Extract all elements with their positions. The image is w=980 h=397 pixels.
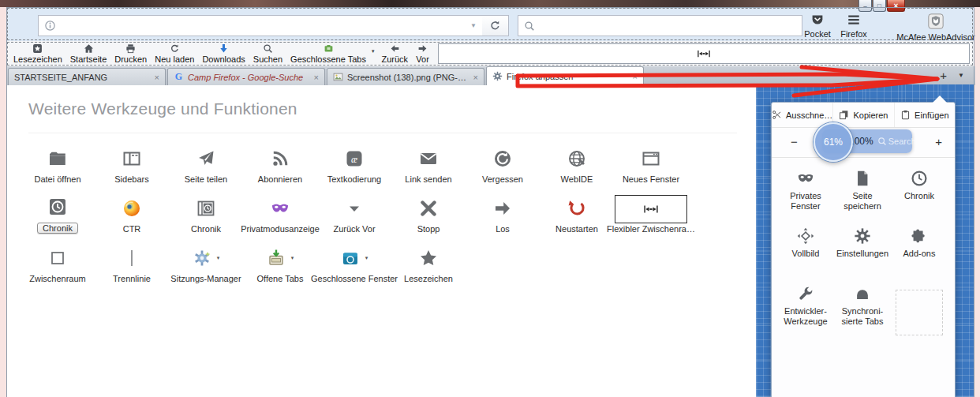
panel-menu-item-seite-speichern[interactable]: Seite speichern	[834, 163, 891, 220]
toolbar-button-startseite[interactable]: Startseite	[66, 43, 110, 65]
palette-item-icon	[271, 149, 290, 168]
firefox-menu-button[interactable]: Firefox	[832, 13, 876, 39]
palette-item-geschlossene-fenster[interactable]: ▾ Geschlossene Fenster	[317, 235, 391, 285]
panel-menu-item-add-ons[interactable]: Add-ons	[891, 220, 948, 278]
toolbar-button-lesezeichen[interactable]: Lesezeichen	[9, 43, 66, 65]
panel-notch	[933, 96, 947, 103]
palette-item-offene-tabs[interactable]: ▾ Offene Tabs	[243, 235, 317, 285]
palette-item-sidebars[interactable]: Sidebars	[95, 136, 169, 185]
search-bar[interactable]	[518, 15, 802, 36]
tab-camp-firefox-google-suche[interactable]: G Camp Firefox - Google-Suche ×	[167, 68, 325, 85]
toolbar-button-label: Vor	[416, 54, 429, 64]
palette-item-neustarten[interactable]: Neustarten	[540, 185, 614, 235]
toolbar-button-geschlossene-tabs[interactable]: Geschlossene Tabs	[286, 43, 370, 65]
dropdown-caret-icon[interactable]: ▾	[365, 255, 368, 261]
toolbar-button-suchen[interactable]: Suchen	[249, 43, 286, 65]
palette-item-trennlinie[interactable]: Trennlinie	[95, 235, 169, 285]
panel-menu-item-privates-fenster[interactable]: Privates Fenster	[777, 163, 834, 220]
desktop-edge-left	[0, 7, 6, 397]
panel-menu-item-entwickler-werkzeuge[interactable]: Entwickler-Werkzeuge	[777, 278, 834, 335]
dropdown-caret-icon[interactable]: ▾	[370, 43, 378, 65]
zoom-out-button[interactable]: −	[791, 135, 798, 148]
tab-close-icon[interactable]: ×	[473, 73, 478, 82]
url-bar[interactable]: ▼	[38, 15, 483, 36]
edit-control-icon	[900, 110, 911, 120]
palette-item-vergessen[interactable]: Vergessen	[466, 136, 540, 185]
new-tab-button[interactable]: +	[940, 68, 947, 84]
palette-item-label: Chronik	[191, 224, 221, 234]
close-button[interactable]: ×	[887, 0, 905, 12]
flexible-space-widget[interactable]	[615, 195, 687, 223]
palette-item-lesezeichen[interactable]: Lesezeichen	[391, 235, 466, 285]
tab-startseite-anfang[interactable]: STARTSEITE_ANFANG ×	[8, 68, 166, 85]
palette-item-link-senden[interactable]: Link senden	[391, 136, 466, 185]
panel-menu-item-chronik[interactable]: Chronik	[891, 163, 948, 220]
flexible-space[interactable]	[438, 43, 970, 64]
palette-item-icon	[193, 249, 211, 268]
tab-firefox-anpassen[interactable]: Firefox anpassen ×	[486, 66, 644, 85]
edit-control-einfügen[interactable]: Einfügen	[894, 103, 955, 127]
page-info-icon[interactable]	[44, 20, 56, 32]
palette-item-ctr[interactable]: CTR	[95, 185, 169, 235]
palette-item-neues-fenster[interactable]: Neues Fenster	[614, 136, 688, 185]
palette-item-iconwrap: ▾	[267, 245, 294, 271]
palette-item-sitzungs-manager[interactable]: ▾ Sitzungs-Manager	[169, 235, 243, 285]
tab-close-icon[interactable]: ×	[633, 72, 638, 81]
palette-item-iconwrap	[345, 146, 364, 171]
palette-item-textkodierung[interactable]: Textkodierung	[317, 136, 391, 185]
dropdown-caret-icon[interactable]: ▾	[291, 255, 294, 261]
palette-item-icon	[196, 149, 215, 168]
hamburger-menu-icon	[847, 13, 861, 27]
palette-item-zwischenraum[interactable]: Zwischenraum	[21, 235, 95, 285]
edit-control-kopieren[interactable]: Kopieren	[832, 103, 893, 127]
palette-item-icon	[48, 149, 67, 168]
palette-item-iconwrap	[271, 196, 290, 221]
navigation-toolbar: ▼ Pocket Firefox McAfee WebAdvisor	[6, 7, 974, 41]
tab-favicon	[492, 71, 503, 81]
zoom-controls: − 100% Search 61% +	[772, 128, 955, 158]
palette-item-datei-öffnen[interactable]: Datei öffnen	[21, 136, 95, 185]
zoom-in-button[interactable]: +	[935, 135, 942, 148]
panel-menu-item-einstellungen[interactable]: Einstellungen	[834, 220, 891, 278]
palette-item-los[interactable]: Los	[466, 185, 540, 235]
toolbar-button-icon	[388, 43, 402, 54]
reload-button[interactable]	[482, 15, 509, 36]
palette-item-iconwrap	[196, 146, 215, 171]
tab-close-icon[interactable]: ×	[155, 73, 159, 82]
palette-item-flexibler-zwischenra[interactable]: Flexibler Zwischenra…	[614, 185, 688, 235]
palette-item-zurück-vor[interactable]: Zurück Vor	[317, 185, 391, 235]
palette-item-chronik[interactable]: Chronik	[169, 185, 243, 235]
minimize-button[interactable]: –	[858, 0, 872, 12]
palette-item-seite-teilen[interactable]: Seite teilen	[169, 136, 243, 185]
tab-screenshot-138-png-png-grafik-192[interactable]: Screenshot (138).png (PNG-Grafik, 192 ×	[327, 68, 484, 85]
palette-item-abonnieren[interactable]: Abonnieren	[243, 136, 317, 185]
palette-item-stopp[interactable]: Stopp	[391, 185, 466, 235]
search-ghost: Search	[877, 137, 916, 146]
mcafee-webadvisor-button[interactable]: McAfee WebAdvisor	[893, 13, 978, 42]
toolbar-button-vor[interactable]: Vor	[412, 43, 433, 65]
panel-menu-item-synchroni-sierte-tabs[interactable]: Synchroni-sierte Tabs	[834, 278, 891, 335]
toolbar-button-downloads[interactable]: Downloads	[198, 43, 249, 65]
url-dropdown-caret-icon[interactable]: ▼	[470, 22, 482, 29]
toolbar-button-icon	[416, 43, 429, 54]
dropdown-caret-icon[interactable]: ▾	[217, 255, 220, 261]
palette-item-label: WebIDE	[561, 174, 593, 184]
tab-close-icon[interactable]: ×	[314, 73, 319, 82]
palette-item-label: Chronik	[37, 223, 78, 234]
tab-list-caret-icon[interactable]: ▼	[958, 72, 964, 79]
palette-item-chronik[interactable]: Chronik	[21, 185, 95, 235]
google-g-icon: G	[175, 72, 182, 82]
palette-item-webide[interactable]: WebIDE	[540, 136, 614, 185]
toolbar-button-zurück[interactable]: Zurück	[377, 43, 412, 65]
toolbar-button-neu-laden[interactable]: Neu laden	[151, 43, 198, 65]
panel-menu-icon	[854, 285, 871, 302]
toolbar-button-drucken[interactable]: Drucken	[110, 43, 151, 65]
panel-menu-icon	[797, 170, 814, 187]
edit-control-ausschne[interactable]: Ausschne…	[772, 103, 832, 127]
panel-menu-item-vollbild[interactable]: Vollbild	[777, 220, 834, 278]
tab-title: Firefox anpassen	[507, 72, 629, 81]
edit-control-label: Kopieren	[853, 110, 888, 120]
maximize-button[interactable]: □	[873, 0, 886, 12]
palette-item-label: Trennlinie	[113, 274, 151, 283]
palette-item-privatmodusanzeige[interactable]: Privatmodusanzeige	[243, 185, 317, 235]
